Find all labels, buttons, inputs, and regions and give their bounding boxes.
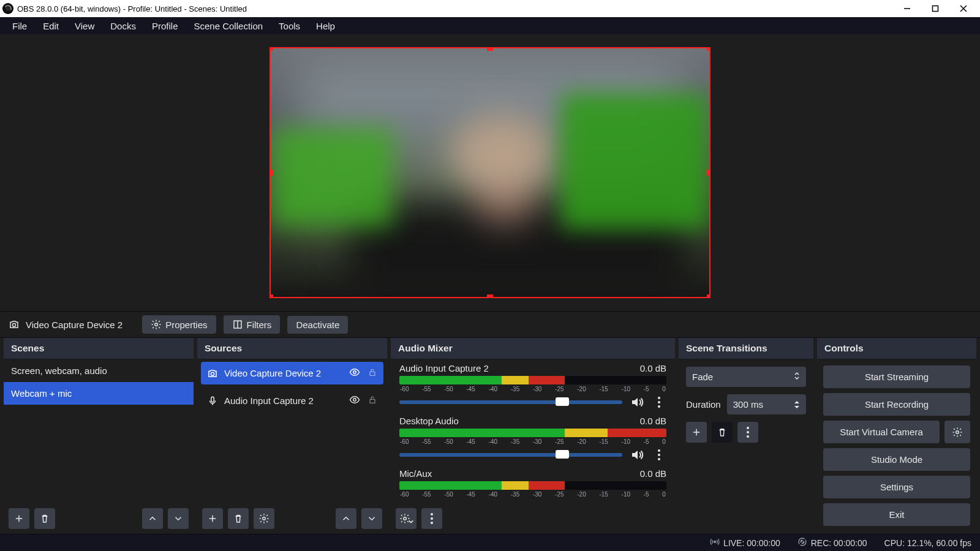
channel-db: 0.0 dB <box>640 363 666 373</box>
window-close-button[interactable] <box>949 0 978 17</box>
transition-select[interactable]: Fade <box>686 367 806 387</box>
status-bar: LIVE: 00:00:00 REC: 00:00:00 CPU: 12.1%,… <box>0 534 980 551</box>
camera-icon <box>207 368 218 379</box>
source-item[interactable]: Audio Input Capture 2 <box>201 389 383 412</box>
os-titlebar: OBS 28.0.0 (64-bit, windows) - Profile: … <box>0 0 980 17</box>
transition-add-button[interactable] <box>686 422 707 443</box>
visibility-toggle[interactable] <box>349 367 360 380</box>
sources-dock: Sources Video Capture Device 2 Audio Inp… <box>197 338 387 534</box>
status-cpu-text: CPU: 12.1%, 60.00 fps <box>884 538 971 548</box>
transition-menu-button[interactable] <box>737 422 758 443</box>
window-minimize-button[interactable] <box>893 0 921 17</box>
source-item[interactable]: Video Capture Device 2 <box>201 362 383 384</box>
record-icon <box>797 537 807 549</box>
svg-rect-6 <box>370 372 375 375</box>
menu-edit[interactable]: Edit <box>36 18 66 34</box>
svg-point-12 <box>956 430 959 433</box>
svg-line-16 <box>799 539 805 545</box>
level-meter <box>399 376 666 384</box>
source-context-toolbar: Video Capture Device 2 Properties Filter… <box>0 311 980 338</box>
mute-button[interactable] <box>630 395 644 410</box>
channel-menu-button[interactable] <box>652 448 666 462</box>
resize-handle-tl[interactable] <box>270 47 273 51</box>
svg-point-2 <box>155 323 158 326</box>
properties-button[interactable]: Properties <box>142 315 216 334</box>
scene-item[interactable]: Webcam + mic <box>4 382 194 405</box>
resize-handle-tr[interactable] <box>707 47 710 51</box>
resize-handle-br[interactable] <box>707 294 710 298</box>
menu-profile[interactable]: Profile <box>145 18 186 34</box>
start-virtual-camera-button[interactable]: Start Virtual Camera <box>823 421 940 443</box>
source-move-down-button[interactable] <box>361 508 382 529</box>
mixer-menu-button[interactable] <box>421 508 442 529</box>
svg-point-10 <box>263 517 266 520</box>
menu-file[interactable]: File <box>5 18 34 34</box>
scene-add-button[interactable] <box>9 508 29 529</box>
visibility-toggle[interactable] <box>349 394 360 407</box>
resize-handle-mr[interactable] <box>707 170 710 176</box>
source-item-label: Video Capture Device 2 <box>224 368 321 378</box>
svg-rect-7 <box>211 397 214 402</box>
menu-docks[interactable]: Docks <box>103 18 143 34</box>
filters-label: Filters <box>247 320 272 330</box>
preview-area[interactable] <box>0 34 980 311</box>
source-item-label: Audio Input Capture 2 <box>224 395 314 406</box>
volume-slider[interactable] <box>399 453 622 457</box>
studio-mode-button[interactable]: Studio Mode <box>823 448 970 471</box>
menu-tools[interactable]: Tools <box>271 18 307 34</box>
spin-arrows-icon[interactable] <box>794 400 800 410</box>
window-maximize-button[interactable] <box>921 0 949 17</box>
lock-toggle[interactable] <box>368 395 377 407</box>
svg-point-11 <box>403 517 406 520</box>
resize-handle-bm[interactable] <box>487 294 493 298</box>
mixer-body: Audio Input Capture 20.0 dB-60-55-50-45-… <box>391 359 675 503</box>
scenes-dock: Scenes Screen, webcam, audio Webcam + mi… <box>4 338 194 534</box>
gear-icon <box>151 319 162 330</box>
preview-selected-source[interactable] <box>270 47 710 298</box>
deactivate-button[interactable]: Deactivate <box>287 316 348 334</box>
filters-button[interactable]: Filters <box>224 315 281 334</box>
updown-icon <box>794 372 800 382</box>
source-properties-button[interactable] <box>254 508 274 529</box>
channel-name: Mic/Aux <box>399 468 432 479</box>
exit-button[interactable]: Exit <box>823 503 970 526</box>
svg-point-4 <box>211 372 214 375</box>
meter-ticks: -60-55-50-45-40-35-30-25-20-15-10-50 <box>399 491 666 498</box>
mixer-channel: Mic/Aux0.0 dB-60-55-50-45-40-35-30-25-20… <box>399 468 666 500</box>
docks-row: Scenes Screen, webcam, audio Webcam + mi… <box>0 338 980 534</box>
scene-move-up-button[interactable] <box>142 508 163 529</box>
lock-toggle[interactable] <box>368 367 377 379</box>
svg-rect-9 <box>370 399 375 403</box>
volume-slider[interactable] <box>399 400 622 404</box>
source-add-button[interactable] <box>202 508 223 529</box>
audio-mixer-dock: Audio Mixer Audio Input Capture 20.0 dB-… <box>391 338 675 534</box>
channel-menu-button[interactable] <box>652 395 666 410</box>
start-streaming-button[interactable]: Start Streaming <box>823 365 970 388</box>
broadcast-icon <box>710 537 720 549</box>
source-remove-button[interactable] <box>228 508 249 529</box>
source-move-up-button[interactable] <box>336 508 356 529</box>
controls-title: Controls <box>817 338 976 359</box>
resize-handle-ml[interactable] <box>270 170 273 176</box>
svg-point-1 <box>12 323 15 326</box>
menu-view[interactable]: View <box>67 18 102 34</box>
virtual-camera-settings-button[interactable] <box>944 421 970 443</box>
scene-item[interactable]: Screen, webcam, audio <box>4 359 194 382</box>
context-source-name: Video Capture Device 2 <box>26 320 123 330</box>
menu-help[interactable]: Help <box>309 18 342 34</box>
resize-handle-tm[interactable] <box>487 47 493 51</box>
resize-handle-bl[interactable] <box>270 294 273 298</box>
mute-button[interactable] <box>630 448 644 462</box>
scene-remove-button[interactable] <box>34 508 55 529</box>
mixer-advanced-button[interactable] <box>396 508 417 529</box>
mixer-channel: Audio Input Capture 20.0 dB-60-55-50-45-… <box>399 363 666 410</box>
scene-move-down-button[interactable] <box>168 508 189 529</box>
transition-remove-button[interactable] <box>712 422 733 443</box>
duration-spinbox[interactable]: 300 ms <box>727 394 806 414</box>
menu-scene-collection[interactable]: Scene Collection <box>187 18 271 34</box>
level-meter <box>399 429 666 437</box>
channel-name: Audio Input Capture 2 <box>399 363 489 373</box>
start-recording-button[interactable]: Start Recording <box>823 393 970 416</box>
settings-button[interactable]: Settings <box>823 476 970 498</box>
mixer-title: Audio Mixer <box>391 338 675 359</box>
